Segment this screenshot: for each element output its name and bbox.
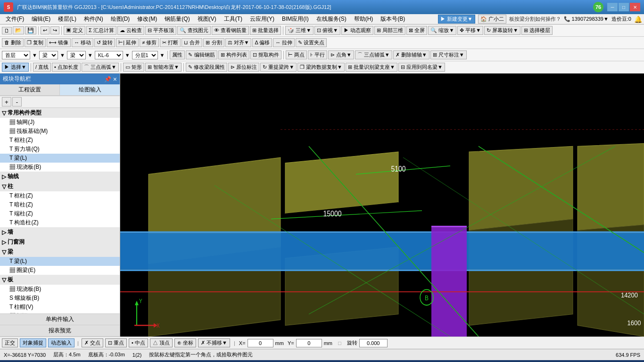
grip-btn[interactable]: ✎ 设置夹点 [296, 38, 327, 47]
close-button[interactable]: ✕ [630, 3, 640, 11]
element-type-select[interactable]: 梁 [39, 51, 58, 59]
tree-item-beam[interactable]: T 梁(L) [0, 154, 120, 163]
move-btn[interactable]: ↔ 移动 [72, 38, 93, 47]
align-btn[interactable]: ⚖ 对齐▼ [225, 38, 252, 47]
zoom-in-btn[interactable]: 🔍 缩放▼ [428, 26, 456, 35]
menu-bim[interactable]: BIM应用(I) [278, 14, 313, 24]
tree-item-ring-beam[interactable]: ▦ 圈梁(E) [0, 266, 120, 275]
tree-item-spiral-slab[interactable]: S 螺旋板(B) [0, 294, 120, 303]
y-input[interactable] [296, 339, 322, 347]
split-btn[interactable]: ⊞ 分割 [203, 38, 224, 47]
rotate-btn[interactable]: ↺ 旋转 [94, 38, 115, 47]
project-settings-btn[interactable]: 工程设置 [0, 84, 60, 96]
tree-item-cast-slab[interactable]: ▦ 现浇板(B) [0, 285, 120, 294]
tree-section-door[interactable]: ▷门窗洞 [0, 237, 120, 247]
batch-id-btn[interactable]: ⊞ 批量识别梁支座▼ [346, 63, 397, 72]
two-point-btn[interactable]: ⊢ 两点 [286, 50, 307, 59]
tree-item-slab[interactable]: ▦ 现浇板(B) [0, 163, 120, 172]
menu-element[interactable]: 构件(N) [80, 14, 107, 24]
tree-item-frame-col[interactable]: T 框柱(Z) [0, 136, 120, 145]
dynamic-input-btn[interactable]: 动态输入 [48, 338, 74, 347]
property-btn[interactable]: 属性 [170, 50, 185, 59]
select-floor-btn[interactable]: ⊞ 选择楼层 [521, 26, 553, 35]
tree-item-az[interactable]: T 暗柱(Z) [0, 200, 120, 209]
mirror-btn[interactable]: ⟷ 镜像 [47, 38, 71, 47]
parallel-btn[interactable]: ⊦ 平行 [308, 50, 327, 59]
floorplan-btn[interactable]: ⊡ 俯视▼ [314, 26, 340, 35]
menu-edit[interactable]: 编辑(E) [28, 14, 54, 24]
offset-btn[interactable]: Δ 偏移 [252, 38, 272, 47]
report-btn[interactable]: 报表预览 [0, 325, 120, 337]
menu-rebar[interactable]: 钢筋量(Q) [161, 14, 193, 24]
tree-section-beam[interactable]: ▽梁 [0, 247, 120, 257]
sidebar-pin-btn[interactable]: 📌 [104, 75, 111, 83]
cloud-check-btn[interactable]: ☁ 云检查 [117, 26, 144, 35]
edit-rebar-btn[interactable]: ✎ 编辑钢筋 [186, 50, 217, 59]
undo-btn[interactable]: ↩ [41, 26, 50, 34]
menu-online[interactable]: 在线服务(S) [313, 14, 350, 24]
draw-input-btn[interactable]: 绘图输入 [60, 84, 120, 96]
floor-select[interactable]: 首层 [2, 51, 30, 59]
menu-file[interactable]: 文件(F) [2, 14, 28, 24]
extend-btn[interactable]: ⊢| 延伸 [116, 38, 139, 47]
maximize-button[interactable]: □ [619, 3, 629, 11]
merge-btn[interactable]: ⊔ 合并 [182, 38, 202, 47]
tree-section-axis[interactable]: ▷轴线 [0, 172, 120, 181]
menu-floor[interactable]: 楼层(L) [54, 14, 80, 24]
sidebar-close-btn[interactable]: × [113, 75, 117, 83]
kl-select[interactable]: KL-6 [95, 51, 123, 59]
mid-snap-btn[interactable]: ⊡ 重点 [105, 338, 127, 347]
stretch-btn[interactable]: ↔ 拉伸 [273, 38, 295, 47]
del-axis-btn[interactable]: ✗ 删除辅轴▼ [393, 50, 429, 59]
tree-item-shear-wall[interactable]: T 剪力墙(Q) [0, 145, 120, 154]
menu-version[interactable]: 版本号(B) [377, 14, 409, 24]
repick-span-btn[interactable]: ↻ 重提梁跨▼ [260, 63, 297, 72]
fullscreen-btn[interactable]: ⊠ 全屏 [406, 26, 427, 35]
orthogonal-snap-btn[interactable]: 正交 [2, 338, 18, 347]
tree-item-grid[interactable]: ▦ 轴网(J) [0, 118, 120, 127]
tree-item-gcz[interactable]: T 构造柱(Z) [0, 218, 120, 227]
flat-slab-btn[interactable]: ⊟ 平齐板顶 [145, 26, 176, 35]
tree-item-cap[interactable]: T 柱帽(V) [0, 303, 120, 312]
copy-btn[interactable]: ❐ 复制 [25, 38, 46, 47]
tree-section-common[interactable]: ▽常用构件类型 [0, 108, 120, 118]
pick-elem-btn[interactable]: ⊡ 抠取构件 [250, 50, 281, 59]
canvas-area[interactable]: 5100 15000 14200 1600 B Y X [120, 74, 644, 337]
menu-tools[interactable]: 工具(T) [220, 14, 246, 24]
tree-section-wall[interactable]: ▷墙 [0, 227, 120, 237]
menu-view[interactable]: 视图(V) [194, 14, 220, 24]
tree-item-kz[interactable]: T 框柱(Z) [0, 191, 120, 200]
smart-place-btn[interactable]: ⊞ 智能布置▼ [145, 63, 182, 72]
orig-annot-btn[interactable]: ⊳ 原位标注 [228, 63, 259, 72]
copy-span-btn[interactable]: ❐ 梁跨数据复制▼ [297, 63, 345, 72]
rotate-input[interactable] [359, 339, 388, 347]
line-btn[interactable]: / 直线 [33, 63, 51, 72]
batch-select-btn[interactable]: ⊞ 批量选择 [250, 26, 281, 35]
3d-btn[interactable]: 🎲 三维▼ [285, 26, 314, 35]
modify-seg-btn[interactable]: ✎ 修改梁段属性 [186, 63, 227, 72]
summary-btn[interactable]: Σ 汇总计算 [86, 26, 116, 35]
local-3d-btn[interactable]: ⊞ 局部三维 [374, 26, 405, 35]
tree-item-beam2[interactable]: T 梁(L) [0, 257, 120, 266]
arc3pt-btn[interactable]: ⌒ 三点画弧▼ [82, 63, 119, 72]
new-change-button[interactable]: ▶ 新建变更▼ [438, 15, 475, 24]
tree-section-col[interactable]: ▽柱 [0, 181, 120, 191]
tree-expand-btn[interactable]: + [2, 97, 11, 107]
dim-btn[interactable]: ⊞ 尺寸标注▼ [430, 50, 467, 59]
break-btn[interactable]: ✂ 打断 [160, 38, 181, 47]
element-list-btn[interactable]: ⊞ 构件列表 [218, 50, 249, 59]
delete-btn[interactable]: 🗑 删除 [2, 38, 24, 47]
new-btn[interactable]: 🗋 [2, 27, 12, 34]
find-elem-btn[interactable]: 🔍 查找图元 [177, 26, 211, 35]
menu-modify[interactable]: 修改(M) [133, 14, 161, 24]
rect-btn[interactable]: ▭ 矩形 [123, 63, 144, 72]
open-btn[interactable]: 📂 [13, 26, 24, 34]
x-input[interactable] [248, 339, 273, 347]
menu-draw[interactable]: 绘图(D) [107, 14, 134, 24]
tree-section-plate[interactable]: ▽板 [0, 275, 120, 285]
minimize-button[interactable]: ─ [607, 3, 618, 11]
coord-snap-btn[interactable]: ⊕ 坐标 [174, 338, 196, 347]
select-btn[interactable]: ▶ 选择▼ [2, 63, 29, 72]
angle-btn[interactable]: ⊳ 点角▼ [328, 50, 354, 59]
define-btn[interactable]: ▣ 定义 [64, 26, 85, 35]
